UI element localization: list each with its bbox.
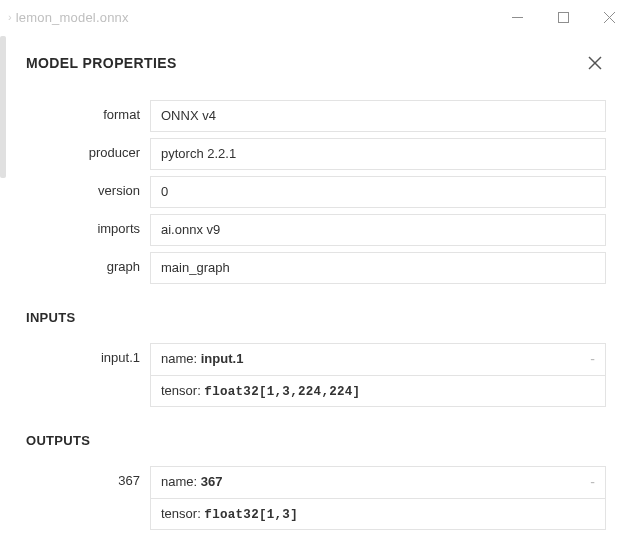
field-key: name: (161, 474, 201, 489)
field-value: float32[1,3,224,224] (204, 385, 360, 399)
input-name-box[interactable]: - name: input.1 (150, 343, 606, 376)
output-tensor-box[interactable]: tensor: float32[1,3] (150, 499, 606, 531)
field-key: tensor: (161, 506, 204, 521)
collapse-icon[interactable]: - (590, 475, 595, 489)
property-label: version (26, 176, 150, 208)
output-side-label: 367 (26, 466, 150, 530)
output-boxgroup: - name: 367 tensor: float32[1,3] (150, 466, 606, 530)
maximize-button[interactable] (540, 0, 586, 34)
property-row-version: version 0 (26, 176, 606, 208)
svg-rect-1 (558, 12, 568, 22)
window-title: lemon_model.onnx (16, 10, 129, 25)
property-row-format: format ONNX v4 (26, 100, 606, 132)
window-left-border (0, 36, 6, 178)
property-value[interactable]: ONNX v4 (150, 100, 606, 132)
field-value: input.1 (201, 351, 244, 366)
property-row-graph: graph main_graph (26, 252, 606, 284)
output-row: 367 - name: 367 tensor: float32[1,3] (26, 466, 606, 530)
input-tensor-box[interactable]: tensor: float32[1,3,224,224] (150, 376, 606, 408)
property-value[interactable]: ai.onnx v9 (150, 214, 606, 246)
property-label: imports (26, 214, 150, 246)
input-side-label: input.1 (26, 343, 150, 407)
property-value[interactable]: pytorch 2.2.1 (150, 138, 606, 170)
property-value[interactable]: main_graph (150, 252, 606, 284)
property-row-imports: imports ai.onnx v9 (26, 214, 606, 246)
panel-close-button[interactable] (584, 52, 606, 74)
property-label: producer (26, 138, 150, 170)
input-row: input.1 - name: input.1 tensor: float32[… (26, 343, 606, 407)
output-name-box[interactable]: - name: 367 (150, 466, 606, 499)
collapse-icon[interactable]: - (590, 352, 595, 366)
field-value: 367 (201, 474, 223, 489)
section-outputs: OUTPUTS (26, 433, 606, 448)
property-row-producer: producer pytorch 2.2.1 (26, 138, 606, 170)
field-value: float32[1,3] (204, 508, 298, 522)
window-close-button[interactable] (586, 0, 632, 34)
field-key: tensor: (161, 383, 204, 398)
property-label: graph (26, 252, 150, 284)
titlebar-caret-icon: › (8, 11, 12, 23)
panel-title: MODEL PROPERTIES (26, 55, 177, 71)
panel-header: MODEL PROPERTIES (26, 52, 606, 74)
window-titlebar: › lemon_model.onnx (0, 0, 632, 34)
window-buttons (494, 0, 632, 34)
field-key: name: (161, 351, 201, 366)
input-boxgroup: - name: input.1 tensor: float32[1,3,224,… (150, 343, 606, 407)
properties-panel: MODEL PROPERTIES format ONNX v4 producer… (0, 34, 632, 546)
property-value[interactable]: 0 (150, 176, 606, 208)
property-label: format (26, 100, 150, 132)
section-inputs: INPUTS (26, 310, 606, 325)
minimize-button[interactable] (494, 0, 540, 34)
